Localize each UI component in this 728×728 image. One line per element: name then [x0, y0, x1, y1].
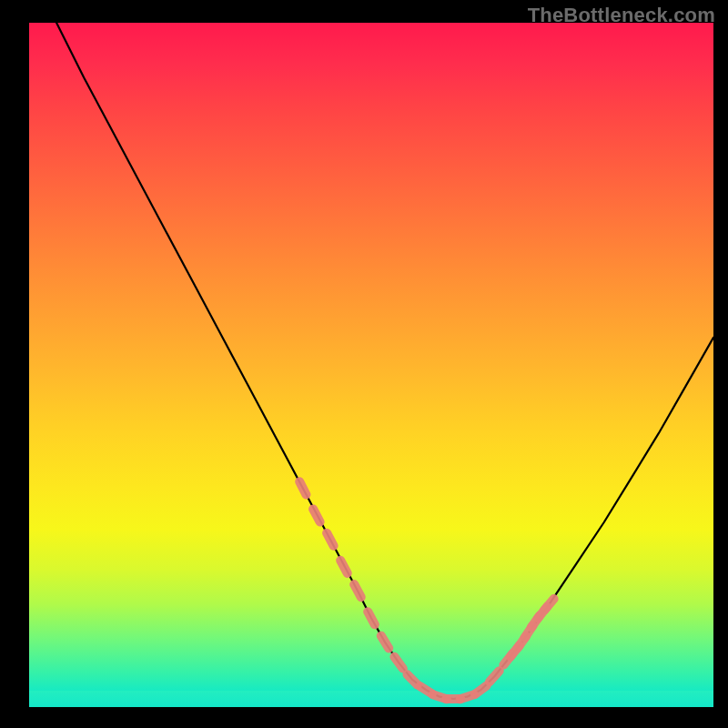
curve-marker	[313, 509, 320, 521]
watermark-text: TheBottleneck.com	[528, 4, 715, 27]
chart-frame: TheBottleneck.com	[0, 0, 728, 728]
curve-marker	[381, 636, 389, 649]
curve-marker	[544, 599, 553, 610]
curve-marker	[340, 561, 348, 573]
curve-marker	[354, 584, 361, 597]
bottleneck-curve-path	[56, 23, 713, 699]
curve-marker	[394, 657, 402, 669]
bottleneck-curve-svg	[29, 23, 713, 707]
curve-marker	[368, 612, 375, 624]
curve-marker	[299, 481, 306, 494]
chart-plot-area	[29, 23, 713, 707]
curve-marker	[327, 533, 334, 546]
curve-marker	[490, 671, 500, 682]
curve-marker	[408, 674, 418, 684]
curve-marker	[475, 685, 487, 694]
